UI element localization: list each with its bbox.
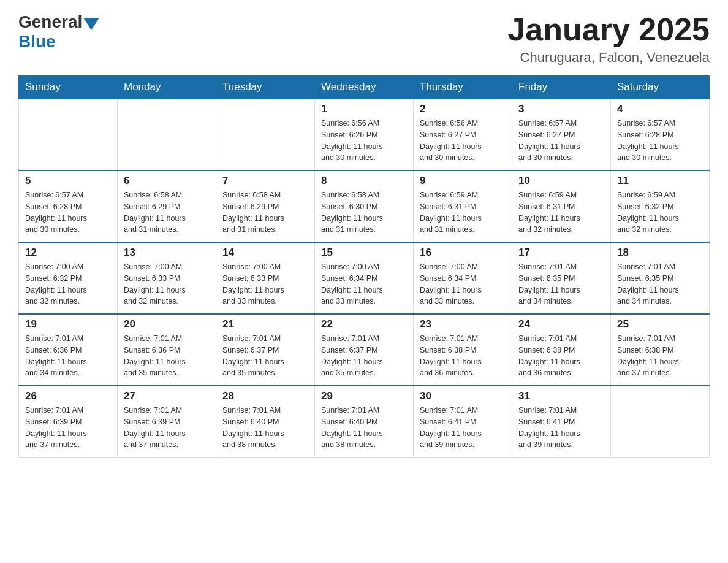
day-number: 21 xyxy=(222,318,308,331)
day-info: Sunrise: 7:01 AM Sunset: 6:39 PM Dayligh… xyxy=(25,405,111,451)
calendar-cell: 9Sunrise: 6:59 AM Sunset: 6:31 PM Daylig… xyxy=(414,170,512,242)
calendar-cell: 27Sunrise: 7:01 AM Sunset: 6:39 PM Dayli… xyxy=(118,386,216,458)
day-number: 11 xyxy=(617,175,703,187)
day-info: Sunrise: 6:57 AM Sunset: 6:27 PM Dayligh… xyxy=(518,118,604,164)
page-header: General Blue January 2025 Churuguara, Fa… xyxy=(18,12,710,66)
calendar-cell: 4Sunrise: 6:57 AM Sunset: 6:28 PM Daylig… xyxy=(611,99,710,170)
day-number: 1 xyxy=(321,103,407,115)
calendar-cell: 21Sunrise: 7:01 AM Sunset: 6:37 PM Dayli… xyxy=(216,314,315,386)
day-number: 25 xyxy=(617,318,703,331)
calendar-cell: 2Sunrise: 6:56 AM Sunset: 6:27 PM Daylig… xyxy=(414,99,512,170)
calendar-cell: 11Sunrise: 6:59 AM Sunset: 6:32 PM Dayli… xyxy=(611,170,710,242)
calendar-cell: 7Sunrise: 6:58 AM Sunset: 6:29 PM Daylig… xyxy=(216,170,315,242)
day-number: 24 xyxy=(518,318,604,331)
calendar-cell: 18Sunrise: 7:01 AM Sunset: 6:35 PM Dayli… xyxy=(611,242,710,314)
calendar-cell: 26Sunrise: 7:01 AM Sunset: 6:39 PM Dayli… xyxy=(19,386,118,458)
day-info: Sunrise: 6:59 AM Sunset: 6:32 PM Dayligh… xyxy=(617,190,703,236)
calendar-cell: 12Sunrise: 7:00 AM Sunset: 6:32 PM Dayli… xyxy=(19,242,118,314)
day-info: Sunrise: 6:58 AM Sunset: 6:30 PM Dayligh… xyxy=(321,190,407,236)
day-info: Sunrise: 7:00 AM Sunset: 6:34 PM Dayligh… xyxy=(420,261,506,307)
day-number: 26 xyxy=(25,390,111,402)
calendar-cell: 5Sunrise: 6:57 AM Sunset: 6:28 PM Daylig… xyxy=(19,170,118,242)
day-info: Sunrise: 6:56 AM Sunset: 6:26 PM Dayligh… xyxy=(321,118,407,164)
day-number: 17 xyxy=(518,247,604,259)
calendar-cell: 15Sunrise: 7:00 AM Sunset: 6:34 PM Dayli… xyxy=(315,242,414,314)
calendar-cell: 24Sunrise: 7:01 AM Sunset: 6:38 PM Dayli… xyxy=(512,314,611,386)
calendar-cell: 30Sunrise: 7:01 AM Sunset: 6:41 PM Dayli… xyxy=(414,386,512,458)
day-info: Sunrise: 7:01 AM Sunset: 6:38 PM Dayligh… xyxy=(518,333,604,379)
calendar-cell: 23Sunrise: 7:01 AM Sunset: 6:38 PM Dayli… xyxy=(414,314,512,386)
day-info: Sunrise: 7:00 AM Sunset: 6:34 PM Dayligh… xyxy=(321,261,407,307)
weekday-header-friday: Friday xyxy=(512,76,611,99)
day-number: 27 xyxy=(124,390,210,402)
day-info: Sunrise: 6:58 AM Sunset: 6:29 PM Dayligh… xyxy=(124,190,210,236)
day-info: Sunrise: 7:01 AM Sunset: 6:37 PM Dayligh… xyxy=(321,333,407,379)
logo: General Blue xyxy=(18,12,99,52)
day-number: 10 xyxy=(518,175,604,187)
day-info: Sunrise: 7:01 AM Sunset: 6:39 PM Dayligh… xyxy=(124,405,210,451)
calendar-cell: 17Sunrise: 7:01 AM Sunset: 6:35 PM Dayli… xyxy=(512,242,611,314)
weekday-header-tuesday: Tuesday xyxy=(216,76,315,99)
logo-general-text: General xyxy=(18,12,82,32)
day-info: Sunrise: 7:01 AM Sunset: 6:40 PM Dayligh… xyxy=(222,405,308,451)
day-info: Sunrise: 7:01 AM Sunset: 6:35 PM Dayligh… xyxy=(617,261,703,307)
day-info: Sunrise: 7:01 AM Sunset: 6:35 PM Dayligh… xyxy=(518,261,604,307)
day-info: Sunrise: 7:01 AM Sunset: 6:40 PM Dayligh… xyxy=(321,405,407,451)
day-number: 2 xyxy=(420,103,506,115)
day-number: 7 xyxy=(222,175,308,187)
day-info: Sunrise: 6:58 AM Sunset: 6:29 PM Dayligh… xyxy=(222,190,308,236)
calendar-cell xyxy=(19,99,118,170)
day-info: Sunrise: 6:59 AM Sunset: 6:31 PM Dayligh… xyxy=(420,190,506,236)
day-info: Sunrise: 7:01 AM Sunset: 6:41 PM Dayligh… xyxy=(518,405,604,451)
day-info: Sunrise: 6:59 AM Sunset: 6:31 PM Dayligh… xyxy=(518,190,604,236)
day-info: Sunrise: 7:00 AM Sunset: 6:33 PM Dayligh… xyxy=(222,261,308,307)
calendar-table: SundayMondayTuesdayWednesdayThursdayFrid… xyxy=(18,75,710,458)
day-number: 19 xyxy=(25,318,111,331)
day-info: Sunrise: 6:56 AM Sunset: 6:27 PM Dayligh… xyxy=(420,118,506,164)
weekday-header-sunday: Sunday xyxy=(19,76,118,99)
day-number: 18 xyxy=(617,247,703,259)
day-number: 23 xyxy=(420,318,506,331)
calendar-cell: 1Sunrise: 6:56 AM Sunset: 6:26 PM Daylig… xyxy=(315,99,414,170)
calendar-week-row: 5Sunrise: 6:57 AM Sunset: 6:28 PM Daylig… xyxy=(19,170,710,242)
day-info: Sunrise: 7:01 AM Sunset: 6:41 PM Dayligh… xyxy=(420,405,506,451)
day-number: 22 xyxy=(321,318,407,331)
weekday-header-saturday: Saturday xyxy=(611,76,710,99)
day-number: 12 xyxy=(25,247,111,259)
day-info: Sunrise: 7:01 AM Sunset: 6:38 PM Dayligh… xyxy=(420,333,506,379)
day-number: 14 xyxy=(222,247,308,259)
calendar-cell: 25Sunrise: 7:01 AM Sunset: 6:38 PM Dayli… xyxy=(611,314,710,386)
month-title: January 2025 xyxy=(507,12,710,47)
day-number: 3 xyxy=(518,103,604,115)
day-info: Sunrise: 7:01 AM Sunset: 6:38 PM Dayligh… xyxy=(617,333,703,379)
day-info: Sunrise: 7:00 AM Sunset: 6:33 PM Dayligh… xyxy=(124,261,210,307)
day-number: 30 xyxy=(420,390,506,402)
day-number: 6 xyxy=(124,175,210,187)
title-section: January 2025 Churuguara, Falcon, Venezue… xyxy=(507,12,710,66)
calendar-cell: 6Sunrise: 6:58 AM Sunset: 6:29 PM Daylig… xyxy=(118,170,216,242)
calendar-week-row: 19Sunrise: 7:01 AM Sunset: 6:36 PM Dayli… xyxy=(19,314,710,386)
day-info: Sunrise: 7:00 AM Sunset: 6:32 PM Dayligh… xyxy=(25,261,111,307)
day-number: 31 xyxy=(518,390,604,402)
location-text: Churuguara, Falcon, Venezuela xyxy=(507,50,710,66)
calendar-week-row: 26Sunrise: 7:01 AM Sunset: 6:39 PM Dayli… xyxy=(19,386,710,458)
calendar-cell: 20Sunrise: 7:01 AM Sunset: 6:36 PM Dayli… xyxy=(118,314,216,386)
day-info: Sunrise: 6:57 AM Sunset: 6:28 PM Dayligh… xyxy=(25,190,111,236)
calendar-cell xyxy=(118,99,216,170)
day-number: 5 xyxy=(25,175,111,187)
day-info: Sunrise: 7:01 AM Sunset: 6:37 PM Dayligh… xyxy=(222,333,308,379)
weekday-header-row: SundayMondayTuesdayWednesdayThursdayFrid… xyxy=(19,76,710,99)
day-number: 13 xyxy=(124,247,210,259)
day-number: 15 xyxy=(321,247,407,259)
calendar-cell: 14Sunrise: 7:00 AM Sunset: 6:33 PM Dayli… xyxy=(216,242,315,314)
calendar-cell: 16Sunrise: 7:00 AM Sunset: 6:34 PM Dayli… xyxy=(414,242,512,314)
calendar-cell xyxy=(611,386,710,458)
weekday-header-monday: Monday xyxy=(118,76,216,99)
calendar-cell: 19Sunrise: 7:01 AM Sunset: 6:36 PM Dayli… xyxy=(19,314,118,386)
calendar-cell: 8Sunrise: 6:58 AM Sunset: 6:30 PM Daylig… xyxy=(315,170,414,242)
calendar-week-row: 12Sunrise: 7:00 AM Sunset: 6:32 PM Dayli… xyxy=(19,242,710,314)
weekday-header-thursday: Thursday xyxy=(414,76,512,99)
logo-blue-text: Blue xyxy=(18,32,56,51)
calendar-cell: 3Sunrise: 6:57 AM Sunset: 6:27 PM Daylig… xyxy=(512,99,611,170)
day-info: Sunrise: 7:01 AM Sunset: 6:36 PM Dayligh… xyxy=(124,333,210,379)
